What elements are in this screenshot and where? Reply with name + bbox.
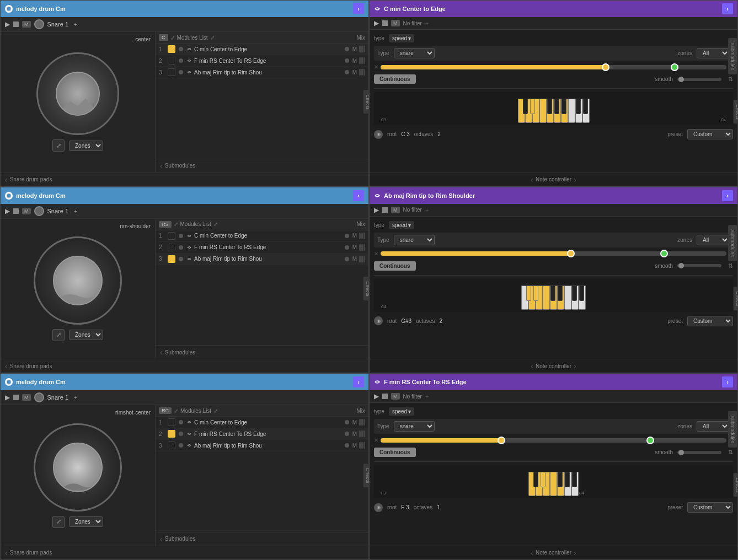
- right-stop-1[interactable]: [382, 20, 388, 26]
- module-row-2-3[interactable]: 3 Ab maj Rim tip to Rim Shou M: [156, 254, 368, 265]
- pad-bottom-1: ⤢ Zones: [52, 139, 103, 152]
- type-select-3[interactable]: snare: [394, 421, 435, 432]
- module-row-1-2[interactable]: 2 F min RS Center To RS Edge M: [156, 55, 368, 67]
- right-controls-2: ▶ M No filter +: [370, 204, 737, 217]
- module-row-1-3[interactable]: 3 Ab maj Rim tip to Rim Shou M: [156, 67, 368, 78]
- continuous-btn-1[interactable]: Continuous: [374, 74, 416, 84]
- type-select-2[interactable]: snare: [394, 235, 435, 245]
- speed-dropdown-3[interactable]: speed ▾: [389, 407, 414, 416]
- speed-dropdown-1[interactable]: speed ▾: [389, 34, 414, 42]
- module-row-3-2[interactable]: 2 F min RS Center To RS Edge M: [156, 428, 368, 440]
- right-title-3: F min RS Center To RS Edge: [384, 379, 467, 385]
- panel-title-1: melody drum Cm: [16, 6, 66, 12]
- panel-header-3: melody drum Cm ›: [1, 374, 368, 390]
- right-play-1[interactable]: ▶: [374, 19, 379, 27]
- zone-label-1: center: [135, 36, 151, 42]
- piano-row-3: F3 C4: [374, 465, 733, 498]
- right-header-1: C min Center to Edge ›: [370, 1, 737, 17]
- nav-left-r1[interactable]: ‹: [531, 175, 533, 184]
- play-btn-1[interactable]: ▶: [5, 20, 10, 28]
- drum-icon-2: [34, 206, 44, 216]
- smooth-slider-1[interactable]: [677, 78, 721, 81]
- zones-select-2[interactable]: Zones: [69, 330, 103, 340]
- stop-btn-2[interactable]: [13, 208, 19, 214]
- nav-right-r1[interactable]: ›: [574, 175, 576, 184]
- drum-circle-outer-2[interactable]: [34, 236, 122, 325]
- module-active-indicator-1-1: [168, 45, 175, 53]
- smooth-slider-3[interactable]: [677, 451, 721, 454]
- add-btn-2[interactable]: +: [74, 208, 77, 214]
- submodules-tab-1[interactable]: Submodules: [728, 38, 737, 74]
- right-mute-1[interactable]: M: [391, 20, 400, 26]
- submodules-tab-2[interactable]: Submodules: [728, 225, 737, 261]
- mute-badge-2[interactable]: M: [22, 208, 31, 214]
- expand-panel-3[interactable]: ›: [353, 376, 364, 387]
- add-btn-1[interactable]: +: [74, 21, 77, 28]
- drum-circle-outer-1[interactable]: [36, 52, 119, 135]
- module-row-1-1[interactable]: 1 C min Center to Edge M: [156, 44, 368, 55]
- play-btn-2[interactable]: ▶: [5, 207, 10, 215]
- speed-dropdown-2[interactable]: speed ▾: [389, 221, 414, 229]
- preset-select-1[interactable]: Custom: [687, 129, 733, 139]
- right-title-2: Ab maj Rim tip to Rim Shoulder: [384, 192, 475, 199]
- right-effects-tab-1[interactable]: Effects: [733, 100, 738, 123]
- stop-btn-1[interactable]: [13, 21, 19, 27]
- slider-track-2[interactable]: [381, 251, 726, 256]
- zone-code-1: C: [159, 34, 168, 41]
- submodules-tab-3[interactable]: Submodules: [728, 411, 737, 448]
- panel-title-3: melody drum Cm: [16, 379, 66, 385]
- vol-icon-1[interactable]: ◉: [374, 130, 383, 139]
- zones-select-r2[interactable]: All: [697, 235, 730, 245]
- expand-drum-1[interactable]: ⤢: [52, 139, 65, 152]
- module-row-2-2[interactable]: 2 F min RS Center To RS Edge M: [156, 242, 368, 254]
- right-title-1: C min Center to Edge: [384, 6, 446, 12]
- modules-header-3: RC ⤢ Modules List ⤢ Mix: [156, 405, 368, 417]
- expand-modules-1[interactable]: ⤢: [170, 35, 175, 41]
- expand-right-1[interactable]: ›: [722, 3, 733, 14]
- zones-select-r1[interactable]: All: [697, 48, 730, 58]
- continuous-btn-2[interactable]: Continuous: [374, 261, 416, 271]
- panel-body-1: center ⤢ Zones C ⤢ Modules List ⤢: [1, 32, 368, 173]
- type-field-label-1: Type: [377, 50, 389, 56]
- expand-panel-2[interactable]: ›: [353, 190, 364, 201]
- right-body-2: type speed ▾ Type snare zones All ✕ ✕ Co…: [370, 217, 737, 359]
- modules-footer-1: ‹ Submodules: [156, 159, 368, 173]
- drum-pad-area-3: rimshot-center ⤢ Zones: [1, 405, 155, 546]
- svg-marker-1: [57, 99, 99, 115]
- preset-select-2[interactable]: Custom: [687, 316, 733, 326]
- continuous-btn-3[interactable]: Continuous: [374, 448, 416, 457]
- slider-track-3[interactable]: [381, 438, 726, 443]
- module-row-2-1[interactable]: 1 C min Center to Edge M: [156, 230, 368, 242]
- expand-right-2[interactable]: ›: [722, 190, 733, 201]
- vol-icon-3[interactable]: ◉: [374, 503, 383, 512]
- drum-circle-inner-2: [53, 256, 103, 305]
- panel-controls-1: ▶ M Snare 1 +: [1, 17, 368, 32]
- right-header-icon-3: [374, 379, 381, 385]
- type-zones-row-1: Type snare zones All: [374, 46, 733, 61]
- expand-drum-2[interactable]: ⤢: [52, 329, 65, 341]
- drum-circle-outer-3[interactable]: [34, 423, 122, 511]
- type-select-1[interactable]: snare: [394, 48, 435, 58]
- right-effects-tab-3[interactable]: Effects: [733, 473, 738, 497]
- svg-point-0: [7, 7, 11, 11]
- zones-select-1[interactable]: Zones: [69, 141, 103, 151]
- modules-footer-3: ‹ Submodules: [156, 532, 368, 546]
- expand-mix-1[interactable]: ⤢: [210, 35, 215, 41]
- slider-track-1[interactable]: [381, 65, 726, 69]
- expand-panel-1[interactable]: ›: [353, 3, 364, 14]
- expand-right-3[interactable]: ›: [722, 376, 733, 387]
- right-body-1: type speed ▾ Type snare zones All ✕ ✕: [370, 30, 737, 173]
- mute-badge-1[interactable]: M: [22, 21, 31, 28]
- octaves-value-1: 2: [437, 131, 441, 137]
- smooth-slider-2[interactable]: [677, 264, 721, 267]
- zones-select-3[interactable]: Zones: [69, 516, 103, 527]
- zones-select-r3[interactable]: All: [697, 421, 730, 432]
- preset-select-3[interactable]: Custom: [687, 502, 733, 513]
- right-effects-tab-2[interactable]: Effects: [733, 287, 738, 310]
- module-row-3-3[interactable]: 3 Ab maj Rim tip to Rim Shou M: [156, 440, 368, 451]
- modules-area-3: RC ⤢ Modules List ⤢ Mix 1 C min Center t…: [155, 405, 368, 546]
- modules-area-2: RS ⤢ Modules List ⤢ Mix 1 C min Center t…: [155, 219, 368, 359]
- module-row-3-1[interactable]: 1 C min Center to Edge M: [156, 417, 368, 428]
- vol-icon-2[interactable]: ◉: [374, 316, 383, 325]
- nav-left-1[interactable]: ‹: [160, 161, 163, 170]
